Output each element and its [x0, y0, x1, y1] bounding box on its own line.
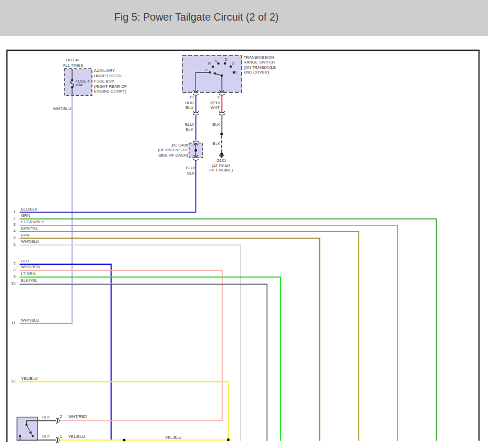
svg-text:WHT/BLU: WHT/BLU — [53, 106, 71, 111]
svg-text:BRN: BRN — [21, 233, 30, 237]
svg-text:10: 10 — [11, 281, 15, 286]
svg-text:LT GRN/BLK: LT GRN/BLK — [21, 220, 44, 224]
svg-text:BRN/YEL: BRN/YEL — [21, 226, 39, 231]
svg-text:SIDE OF DASH): SIDE OF DASH) — [158, 153, 188, 158]
svg-text:G101: G101 — [216, 158, 226, 163]
svg-text:10: 10 — [189, 95, 194, 99]
svg-text:1: 1 — [13, 209, 15, 214]
svg-text:WHT/BLK: WHT/BLK — [21, 239, 39, 244]
svg-text:2: 2 — [60, 414, 62, 419]
svg-text:YEL/BLU: YEL/BLU — [21, 376, 38, 381]
svg-text:BLK: BLK — [42, 434, 50, 438]
svg-text:BLU: BLU — [21, 259, 29, 263]
svg-text:J/C C405: J/C C405 — [171, 143, 188, 148]
svg-text:P: P — [205, 68, 208, 72]
svg-text:BLK: BLK — [213, 141, 220, 146]
svg-text:40A: 40A — [76, 83, 83, 87]
svg-text:BLU/: BLU/ — [185, 122, 195, 127]
svg-text:1: 1 — [235, 70, 237, 75]
svg-text:BLU/BLK: BLU/BLK — [21, 207, 38, 212]
svg-text:ENGINE COMPT): ENGINE COMPT) — [94, 89, 127, 94]
svg-text:(RIGHT REAR OF: (RIGHT REAR OF — [94, 84, 127, 89]
svg-text:7: 7 — [13, 261, 15, 266]
svg-text:WHT/BLU: WHT/BLU — [21, 318, 39, 323]
svg-text:9: 9 — [13, 274, 15, 279]
svg-text:(ON TRANSAXLE: (ON TRANSAXLE — [244, 65, 276, 70]
svg-text:YEL/BLU: YEL/BLU — [165, 435, 181, 440]
svg-text:BLK: BLK — [213, 122, 220, 127]
svg-text:(BEHIND RIGHT: (BEHIND RIGHT — [158, 148, 188, 152]
svg-text:6: 6 — [13, 242, 15, 247]
svg-text:R: R — [208, 61, 211, 66]
svg-text:1: 1 — [60, 434, 62, 439]
svg-text:UNDER HOOD: UNDER HOOD — [94, 74, 122, 78]
svg-text:(AT REAR: (AT REAR — [211, 163, 230, 168]
svg-text:OF ENGINE): OF ENGINE) — [209, 168, 233, 172]
svg-text:RANGE SWITCH: RANGE SWITCH — [244, 60, 275, 65]
svg-text:FUSE BOX: FUSE BOX — [94, 79, 114, 84]
svg-text:TRANSMISSION: TRANSMISSION — [244, 55, 274, 60]
svg-text:YEL/BLU: YEL/BLU — [68, 434, 85, 439]
svg-text:3: 3 — [13, 222, 15, 227]
svg-text:WHT: WHT — [210, 105, 220, 110]
svg-text:BLU: BLU — [186, 105, 194, 110]
svg-text:LT GRN: LT GRN — [21, 271, 35, 276]
svg-text:2: 2 — [232, 61, 234, 66]
svg-text:ALL TIMES: ALL TIMES — [63, 63, 83, 68]
svg-text:Fig 5: Power Tailgate Circuit: Fig 5: Power Tailgate Circuit (2 of 2) — [114, 11, 279, 23]
svg-text:2: 2 — [13, 216, 15, 221]
svg-text:BLK: BLK — [187, 171, 195, 176]
svg-text:D: D — [225, 57, 228, 62]
svg-text:BLK/YEL: BLK/YEL — [21, 278, 38, 283]
svg-text:BLK: BLK — [42, 415, 50, 419]
svg-text:HOT AT: HOT AT — [66, 58, 80, 62]
svg-text:11: 11 — [12, 321, 16, 325]
svg-text:8: 8 — [13, 268, 15, 272]
svg-text:BLU/: BLU/ — [186, 166, 195, 170]
svg-text:BLK: BLK — [186, 127, 193, 132]
svg-text:5: 5 — [13, 235, 15, 240]
svg-text:4: 4 — [13, 228, 15, 233]
svg-text:END COVER): END COVER) — [244, 70, 269, 75]
svg-text:GRN: GRN — [21, 213, 30, 218]
svg-text:AUXILIARY: AUXILIARY — [94, 68, 115, 73]
svg-text:N: N — [215, 59, 217, 63]
svg-text:6: 6 — [217, 95, 219, 99]
svg-text:WHT/RED: WHT/RED — [21, 264, 40, 269]
svg-text:WHT/RED: WHT/RED — [68, 414, 87, 419]
svg-text:12: 12 — [11, 379, 15, 383]
